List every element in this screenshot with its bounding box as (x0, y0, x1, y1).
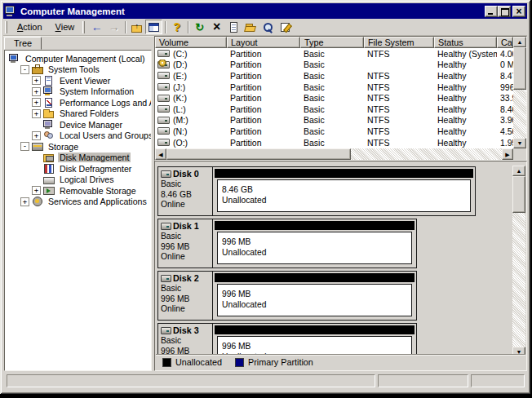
disk-info-box[interactable]: Disk 0Basic8.46 GBOnline (158, 167, 213, 215)
layout-cell: Partition (227, 137, 300, 148)
logical-drives-icon (43, 175, 55, 184)
expand-plus-icon[interactable]: + (32, 131, 41, 140)
fs-cell: NTFS (364, 126, 434, 137)
disk-icon (161, 327, 171, 334)
volume-name: (L:) (173, 104, 186, 114)
cap-cell: 996 (497, 82, 513, 93)
menu-action[interactable]: Action (11, 20, 49, 33)
fs-cell: NTFS (364, 82, 434, 93)
table-row[interactable]: (O:)PartitionBasicNTFSHealthy1.95 (155, 137, 513, 148)
show-tree-button[interactable] (145, 20, 162, 34)
delete-button[interactable] (208, 20, 225, 34)
expand-plus-icon[interactable]: + (32, 109, 41, 118)
expand-minus-icon[interactable]: - (20, 142, 29, 151)
tree-item-disk-defragmenter[interactable]: Disk Defragmenter (5, 163, 151, 175)
scrollbar-thumb[interactable] (513, 47, 526, 90)
tree-item-label: Event Viewer (58, 76, 112, 86)
properties-icon (227, 21, 241, 33)
expand-plus-icon[interactable]: + (32, 76, 41, 85)
maximize-button[interactable] (498, 6, 511, 17)
volume-list-horizontal-scrollbar[interactable]: ◀ ▶ (155, 148, 513, 160)
disk-graphical-pane: Disk 0Basic8.46 GBOnline8.46 GBUnallocat… (154, 161, 527, 371)
column-header-cap[interactable]: Cap. (497, 37, 513, 48)
tree-item-performance-logs-and-alerts[interactable]: +Performance Logs and Alerts (5, 97, 151, 108)
refresh-button[interactable] (191, 20, 208, 34)
layout-cell: Partition (227, 48, 300, 60)
scroll-right-icon[interactable]: ▶ (502, 148, 513, 160)
expand-minus-icon[interactable]: - (20, 65, 29, 74)
help-button[interactable] (168, 20, 185, 34)
column-header-status[interactable]: Status (434, 37, 497, 48)
back-button[interactable] (88, 20, 105, 34)
table-row[interactable]: (K:)PartitionBasicNTFSHealthy33.9 (155, 92, 513, 104)
rebar-grip[interactable] (5, 21, 7, 33)
rescan-button[interactable] (277, 20, 294, 34)
volume-list-vertical-scrollbar[interactable]: ▲ ▼ (513, 37, 526, 148)
tree-item-event-viewer[interactable]: +Event Viewer (5, 75, 151, 86)
table-row[interactable]: (M:)PartitionBasicNTFSHealthy3.90 (155, 115, 513, 126)
table-row[interactable]: (D:)PartitionBasicHealthy0 MB (155, 60, 513, 71)
disk-row-disk-2[interactable]: Disk 2Basic996 MBOnline996 MBUnallocated (157, 271, 417, 321)
partition-region[interactable]: 996 MBUnallocated (213, 219, 416, 268)
tree-item-device-manager[interactable]: Device Manager (5, 119, 151, 130)
expand-plus-icon[interactable]: + (32, 186, 41, 195)
scroll-up-icon[interactable]: ▲ (513, 37, 526, 47)
tree-item-services-and-applications[interactable]: +Services and Applications (5, 197, 151, 208)
delete-icon (210, 21, 224, 33)
tree-item-disk-management[interactable]: Disk Management (5, 153, 151, 164)
disk-row-disk-1[interactable]: Disk 1Basic996 MBOnline996 MBUnallocated (157, 219, 417, 268)
scrollbar-thumb[interactable] (166, 148, 351, 160)
scroll-left-icon[interactable]: ◀ (155, 148, 166, 160)
table-row[interactable]: (E:)PartitionBasicNTFSHealthy8.47 (155, 70, 513, 82)
table-row[interactable]: (N:)PartitionBasicNTFSHealthy4.56 (155, 126, 513, 137)
tree-item-storage[interactable]: -Storage (5, 141, 151, 153)
expand-plus-icon[interactable]: + (20, 197, 29, 206)
table-row[interactable]: (J:)PartitionBasicNTFSHealthy996 (155, 82, 513, 93)
column-header-type[interactable]: Type (300, 37, 364, 48)
volume-name: (J:) (173, 82, 185, 92)
expand-plus-icon[interactable]: + (32, 98, 41, 107)
scroll-up-icon[interactable]: ▲ (512, 166, 525, 176)
partition-region[interactable]: 996 MBUnallocated (213, 272, 416, 320)
forward-button[interactable] (105, 20, 122, 34)
tree-item-logical-drives[interactable]: Logical Drives (5, 175, 151, 186)
volume-cell: (C:) (155, 48, 227, 60)
disk-row-disk-3[interactable]: Disk 3Basic996 MBOnline996 MBUnallocated (157, 323, 417, 357)
table-row[interactable]: (L:)PartitionBasicNTFSHealthy8.46 (155, 104, 513, 115)
tree-item-local-users-and-groups[interactable]: +Local Users and Groups (5, 130, 151, 142)
tree-item-removable-storage[interactable]: +Removable Storage (5, 185, 151, 197)
properties-button[interactable] (225, 20, 242, 34)
expand-plus-icon[interactable]: + (32, 87, 41, 96)
disk-row-disk-0[interactable]: Disk 0Basic8.46 GBOnline8.46 GBUnallocat… (157, 166, 476, 216)
rebar-grip[interactable] (82, 21, 85, 33)
disk-pane-vertical-scrollbar[interactable]: ▲ ▼ (512, 166, 525, 357)
column-header-layout[interactable]: Layout (227, 37, 300, 48)
tab-tree[interactable]: Tree (4, 37, 42, 50)
tree-item-system-information[interactable]: +System Information (5, 86, 151, 98)
drive-icon (157, 95, 170, 102)
volume-list-rows: (C:)PartitionBasicNTFSHealthy (System)4.… (155, 48, 513, 148)
disk-info-box[interactable]: Disk 2Basic996 MBOnline (158, 272, 213, 320)
column-header-volume[interactable]: Volume (155, 37, 227, 48)
up-folder-button[interactable] (128, 20, 145, 34)
volume-cell: (D:) (155, 60, 227, 71)
scroll-down-icon[interactable]: ▼ (513, 138, 526, 148)
close-button[interactable]: × (512, 6, 525, 17)
open-folder-button[interactable] (242, 20, 259, 34)
disk-info-box[interactable]: Disk 3Basic996 MBOnline (158, 324, 213, 357)
tree-item-computer-management-local[interactable]: Computer Management (Local) (5, 53, 151, 64)
disk-info-box[interactable]: Disk 1Basic996 MBOnline (158, 219, 213, 268)
tree-item-label: Storage (47, 142, 80, 152)
volume-cell: (O:) (155, 137, 227, 148)
minimize-button[interactable] (485, 6, 498, 17)
tree-item-system-tools[interactable]: -System Tools (5, 64, 151, 76)
column-header-file-system[interactable]: File System (364, 37, 434, 48)
partition-region[interactable]: 996 MBUnallocated (213, 324, 416, 357)
scrollbar-thumb[interactable] (512, 176, 525, 213)
table-row[interactable]: (C:)PartitionBasicNTFSHealthy (System)4.… (155, 48, 513, 60)
partition-region[interactable]: 8.46 GBUnallocated (213, 167, 475, 215)
tree-item-shared-folders[interactable]: +Shared Folders (5, 108, 151, 120)
find-button[interactable] (259, 20, 277, 34)
menu-view[interactable]: View (49, 20, 82, 33)
disk-title: Disk 2 (161, 273, 212, 284)
